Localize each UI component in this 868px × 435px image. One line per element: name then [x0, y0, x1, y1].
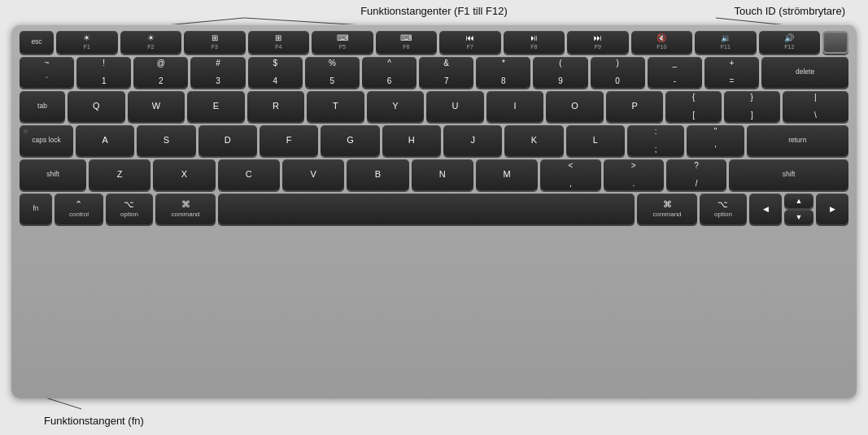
key-arrow-right[interactable]: ▶ [816, 194, 848, 224]
key-tab[interactable]: tab [20, 91, 65, 122]
key-minus[interactable]: _ - [648, 57, 702, 88]
key-e[interactable]: E [187, 91, 245, 122]
key-lt-comma[interactable]: < , [540, 159, 600, 190]
key-x[interactable]: X [153, 159, 215, 190]
zxcv-key-row: shift Z X C V B N M < , > . ? / shift [20, 159, 848, 190]
key-arrow-left[interactable]: ◀ [749, 194, 782, 224]
key-shift-left[interactable]: shift [20, 159, 86, 190]
key-caret-6[interactable]: ^ 6 [362, 57, 417, 88]
key-f5[interactable]: ⌨ F5 [312, 31, 373, 54]
fn-key-row: esc ☀ F1 ☀ F2 ⊞ F3 [20, 31, 848, 54]
key-w[interactable]: W [128, 91, 185, 122]
key-v[interactable]: V [282, 159, 344, 190]
key-space[interactable] [218, 194, 635, 224]
key-o[interactable]: O [546, 91, 604, 122]
key-q[interactable]: Q [68, 91, 125, 122]
key-f[interactable]: F [260, 125, 318, 156]
number-key-row: ~ ` ! 1 @ 2 # 3 $ 4 % 5 [20, 57, 848, 88]
key-quote[interactable]: " ' [687, 125, 744, 156]
qwerty-key-row: tab Q W E R T Y U I O P { [ } ] | \ [20, 91, 848, 122]
key-semicolon[interactable]: : ; [627, 125, 684, 156]
key-option-left[interactable]: ⌥ option [106, 194, 153, 224]
key-f12[interactable]: 🔊 F12 [759, 31, 821, 54]
key-y[interactable]: Y [367, 91, 425, 122]
key-hash-3[interactable]: # 3 [190, 57, 245, 88]
key-capslock[interactable]: caps lock [20, 125, 73, 156]
key-rbrace[interactable]: } ] [724, 91, 780, 122]
key-delete[interactable]: delete [761, 57, 848, 88]
key-s[interactable]: S [137, 125, 195, 156]
key-f4[interactable]: ⊞ F4 [248, 31, 310, 54]
key-backslash[interactable]: | \ [783, 91, 848, 122]
key-l[interactable]: L [566, 125, 625, 156]
fn-label: Funktionstangent (fn) [44, 415, 144, 427]
key-c[interactable]: C [218, 159, 280, 190]
key-command-left[interactable]: ⌘ command [155, 194, 216, 224]
key-star-8[interactable]: * 8 [476, 57, 530, 88]
key-p[interactable]: P [606, 91, 664, 122]
key-d[interactable]: D [198, 125, 257, 156]
key-question-slash[interactable]: ? / [666, 159, 726, 190]
key-at-2[interactable]: @ 2 [133, 57, 188, 88]
key-percent-5[interactable]: % 5 [305, 57, 360, 88]
key-arrow-up[interactable]: ▲ [784, 194, 813, 208]
key-return[interactable]: return [747, 125, 848, 156]
key-u[interactable]: U [426, 91, 484, 122]
key-fn[interactable]: fn [20, 194, 52, 224]
key-touchid[interactable] [822, 31, 848, 54]
key-i[interactable]: I [486, 91, 544, 122]
key-k[interactable]: K [504, 125, 563, 156]
key-control[interactable]: ⌃ control [55, 194, 103, 224]
key-dollar-4[interactable]: $ 4 [248, 57, 303, 88]
key-plus-equal[interactable]: + = [704, 57, 759, 88]
key-f1[interactable]: ☀ F1 [56, 31, 118, 54]
keyboard: esc ☀ F1 ☀ F2 ⊞ F3 [11, 24, 857, 398]
key-esc[interactable]: esc [20, 31, 54, 54]
key-f8[interactable]: ⏯ F8 [504, 31, 565, 54]
key-option-right[interactable]: ⌥ option [700, 194, 747, 224]
key-shift-right[interactable]: shift [729, 159, 848, 190]
key-f2[interactable]: ☀ F2 [120, 31, 182, 54]
key-b[interactable]: B [347, 159, 408, 190]
key-rparen-0[interactable]: ) 0 [591, 57, 645, 88]
key-arrow-updown-container: ▲ ▼ [784, 194, 813, 224]
key-amp-7[interactable]: & 7 [419, 57, 473, 88]
key-command-right[interactable]: ⌘ command [637, 194, 697, 224]
key-j[interactable]: J [443, 125, 502, 156]
key-f11[interactable]: 🔉 F11 [695, 31, 757, 54]
modifier-key-row: fn ⌃ control ⌥ option ⌘ command [20, 194, 848, 224]
key-exclaim-1[interactable]: ! 1 [76, 57, 131, 88]
key-g[interactable]: G [321, 125, 379, 156]
key-f3[interactable]: ⊞ F3 [184, 31, 246, 54]
funktionstangenter-label: Funktionstangenter (F1 till F12) [360, 5, 508, 17]
key-n[interactable]: N [412, 159, 473, 190]
key-f10[interactable]: 🔇 F10 [631, 31, 693, 54]
key-r[interactable]: R [247, 91, 305, 122]
key-h[interactable]: H [382, 125, 441, 156]
key-a[interactable]: A [76, 125, 134, 156]
asdf-key-row: caps lock A S D F G H J K L : ; " ' retu… [20, 125, 848, 156]
key-tilde-backtick[interactable]: ~ ` [20, 57, 74, 88]
key-f9[interactable]: ⏭ F9 [567, 31, 629, 54]
key-lbrace[interactable]: { [ [665, 91, 722, 122]
key-z[interactable]: Z [89, 159, 150, 190]
key-lparen-9[interactable]: ( 9 [533, 57, 587, 88]
key-gt-period[interactable]: > . [604, 159, 664, 190]
key-f7[interactable]: ⏮ F7 [439, 31, 501, 54]
key-f6[interactable]: ⌨ F6 [376, 31, 438, 54]
key-m[interactable]: M [476, 159, 538, 190]
key-arrow-down[interactable]: ▼ [784, 210, 813, 224]
touchid-label: Touch ID (strömbrytare) [734, 5, 845, 17]
key-t[interactable]: T [307, 91, 364, 122]
